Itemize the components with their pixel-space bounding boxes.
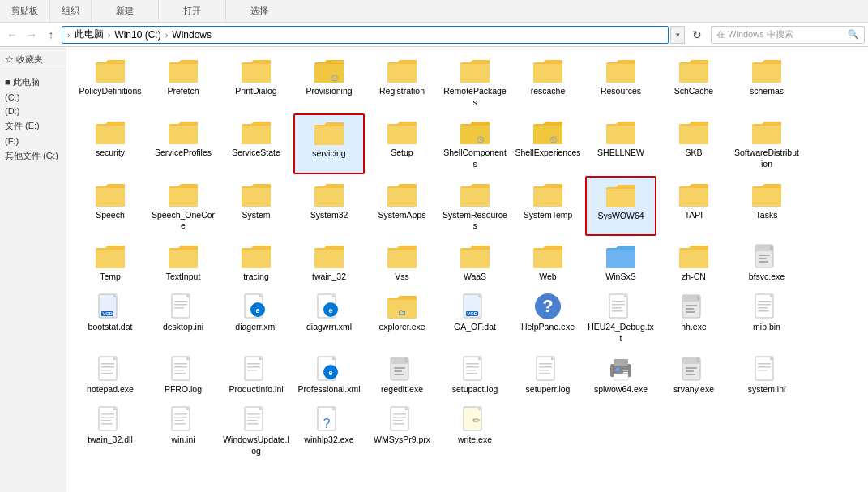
file-item[interactable]: System [220,176,292,236]
search-box[interactable]: 在 Windows 中搜索 🔍 [711,26,865,44]
file-icon [240,404,272,434]
sidebar-item-e[interactable]: 文件 (E:) [0,118,66,134]
file-item[interactable]: twain_32 [293,237,365,287]
file-item[interactable]: desktop.ini [148,288,219,348]
file-item[interactable]: Resources [585,52,656,112]
file-item[interactable]: e diagwrn.xml [293,288,365,348]
file-item[interactable]: Speech [75,176,146,236]
file-item[interactable]: rescache [512,52,584,112]
toolbar-clipboard[interactable]: 剪贴板 [0,0,50,22]
file-item[interactable]: bfsvc.exe [731,237,802,287]
sidebar-item-c[interactable]: (C:) [0,91,66,104]
file-item[interactable]: SchCache [658,52,729,112]
file-item[interactable]: hh.exe [658,288,729,348]
file-item[interactable]: WinSxS [585,237,656,287]
file-item[interactable]: ⚙ ShellExperiences [512,113,584,173]
svg-rect-59 [758,310,769,312]
file-item[interactable]: SystemResources [439,176,511,236]
file-item[interactable]: security [75,113,146,173]
back-button[interactable]: ← [3,26,21,44]
up-button[interactable]: ↑ [42,26,60,44]
refresh-button[interactable]: ↻ [688,26,706,44]
file-item[interactable]: tracing [220,237,292,287]
file-item[interactable]: SysWOW64 [585,176,656,236]
file-label: setupact.log [452,384,498,396]
file-item[interactable]: WaaS [439,237,511,287]
breadcrumb-computer[interactable]: 此电脑 [73,28,105,41]
file-item[interactable]: win.ini [148,400,219,460]
breadcrumb-windows[interactable]: Windows [170,29,213,41]
file-item[interactable]: splwow64.exe [585,350,656,400]
sidebar-item-thispc[interactable]: ■ 此电脑 [0,75,66,90]
file-item[interactable]: ProductInfo.ini [220,350,292,400]
breadcrumb-drive[interactable]: Win10 (C:) [113,29,162,41]
file-icon [167,118,199,147]
file-item[interactable]: PFRO.log [148,350,219,400]
file-label: SoftwareDistribution [733,148,800,169]
file-item[interactable]: Prefetch [148,52,219,112]
file-item[interactable]: zh-CN [658,237,729,287]
file-item[interactable]: mib.bin [731,288,802,348]
svg-rect-104 [539,370,549,371]
address-path[interactable]: › 此电脑 › Win10 (C:) › Windows [62,26,669,44]
file-icon [532,56,564,85]
file-item[interactable]: notepad.exe [75,350,146,400]
file-item[interactable]: RemotePackages [439,52,511,112]
file-item[interactable]: HEU24_Debug.txt [585,288,656,348]
file-item[interactable]: schemas [731,52,802,112]
file-item[interactable]: Speech_OneCore [148,176,219,236]
file-item[interactable]: WindowsUpdate.log [220,400,292,460]
file-item[interactable]: Setup [366,113,438,173]
svg-rect-95 [466,363,479,365]
file-item[interactable]: system.ini [731,350,802,400]
sidebar-item-g[interactable]: 其他文件 (G:) [0,148,66,164]
file-item[interactable]: ⚙ Provisioning [293,52,365,112]
sidebar-item-d[interactable]: (D:) [0,105,66,118]
file-item[interactable]: Registration [366,52,438,112]
file-item[interactable]: regedit.exe [366,350,438,400]
file-item[interactable]: Temp [75,237,146,287]
file-item[interactable]: SystemTemp [512,176,584,236]
file-icon: e [313,354,345,383]
file-item[interactable]: SystemApps [366,176,438,236]
file-item[interactable]: e diagerr.xml [220,288,292,348]
file-item[interactable]: ✏ write.exe [439,400,511,460]
file-item[interactable]: PolicyDefinitions [75,52,146,112]
toolbar-organize[interactable]: 组织 [50,0,92,22]
file-item[interactable]: VCD bootstat.dat [75,288,146,348]
file-item[interactable]: VCD GA_OF.dat [439,288,511,348]
file-item[interactable]: twain_32.dll [75,400,146,460]
file-item[interactable]: servicing [293,113,365,173]
file-item[interactable]: TAPI [658,176,729,236]
forward-button[interactable]: → [23,26,41,44]
file-item[interactable]: System32 [293,176,365,236]
sidebar-item-favorites[interactable]: ☆ 收藏夹 [0,52,66,67]
file-item[interactable]: ? winhlp32.exe [293,400,365,460]
file-item[interactable]: srvany.exe [658,350,729,400]
address-dropdown[interactable]: ▾ [670,26,685,44]
file-item[interactable]: SoftwareDistribution [731,113,802,173]
file-item[interactable]: PrintDialog [220,52,292,112]
file-item[interactable]: ServiceProfiles [148,113,219,173]
file-label: Resources [601,86,641,97]
file-item[interactable]: WMSysPr9.prx [366,400,438,460]
toolbar-open[interactable]: 打开 [159,0,226,22]
toolbar-new[interactable]: 新建 [92,0,159,22]
toolbar-select[interactable]: 选择 [226,0,293,22]
file-item[interactable]: ⚙ ShellComponents [439,113,511,173]
file-icon [240,180,272,209]
sidebar-item-f[interactable]: (F:) [0,135,66,148]
file-item[interactable]: e Professional.xml [293,350,365,400]
file-item[interactable]: Web [512,237,584,287]
file-item[interactable]: SKB [658,113,729,173]
file-item[interactable]: 🗂 explorer.exe [366,288,438,348]
file-item[interactable]: ? HelpPane.exe [512,288,584,348]
file-item[interactable]: Tasks [731,176,802,236]
file-item[interactable]: SHELLNEW [585,113,656,173]
file-item[interactable]: setuperr.log [512,350,584,400]
file-item[interactable]: TextInput [148,237,219,287]
file-item[interactable]: ServiceState [220,113,292,173]
file-item[interactable]: Vss [366,237,438,287]
file-item[interactable]: setupact.log [439,350,511,400]
svg-rect-56 [758,301,771,302]
